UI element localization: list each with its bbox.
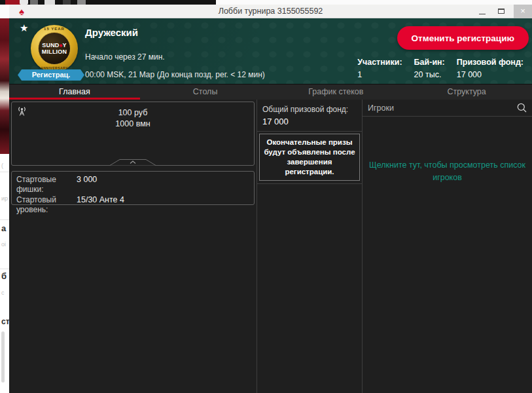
players-column: Щелкните тут, чтобы просмотреть список и… [363, 100, 532, 117]
buyin-amount: 100 руб [12, 108, 254, 117]
background-text-fragment: ( [1, 162, 3, 169]
background-window-top-edge [0, 0, 216, 5]
background-card-gray [30, 0, 38, 5]
starting-chips-row: Стартовые фишки: 3 000 [16, 175, 249, 195]
column-divider [362, 100, 363, 393]
badge-inner: SUND♠Y MILLION [38, 32, 71, 65]
cancel-registration-button[interactable]: Отменить регистрацию [397, 26, 529, 50]
tab-structure[interactable]: Структура [401, 84, 532, 100]
broadcast-antenna-icon [16, 106, 27, 117]
stat-value: 17 000 [457, 70, 523, 79]
tab-stack-chart[interactable]: График стеков [271, 84, 402, 100]
expand-collapse-handle[interactable] [110, 159, 156, 166]
divider [0, 269, 9, 269]
background-card-white-2 [44, 0, 55, 5]
tab-label: Столы [193, 87, 218, 96]
background-card-dark [63, 0, 71, 5]
prize-notice-row: Окончательные призы будут объявлены посл… [257, 132, 362, 184]
lobby-content: 100 руб 1000 вмн Стартовые фишки: 3 000 … [9, 100, 532, 393]
tab-label: Главная [59, 87, 90, 96]
starting-info-box: Стартовые фишки: 3 000 Стартовый уровень… [11, 171, 255, 205]
background-text-fragment: ир [1, 195, 8, 202]
background-text-fragment: oi [1, 241, 6, 248]
tournament-stats: Участники: 1 Бай-ин: 20 тыс. Призовой фо… [357, 58, 523, 79]
prize-fund-row: Общий призовой фонд: 17 000 [257, 100, 362, 132]
stat-buyin: Бай-ин: 20 тыс. [414, 58, 445, 79]
background-text-fragment: б [1, 271, 7, 281]
buyin-info-box: 100 руб 1000 вмн [11, 102, 255, 166]
tournament-lobby-window: ♠ Лобби турнира 3155055592 × ★ 15 YEAR S… [9, 5, 532, 393]
prize-column: Общий призовой фонд: 17 000 Окончательны… [257, 100, 362, 184]
stat-prize-pool: Призовой фонд: 17 000 [457, 58, 523, 79]
view-players-list-link[interactable]: Щелкните тут, чтобы просмотреть список и… [368, 159, 526, 185]
maximize-icon [498, 9, 505, 14]
tab-tables[interactable]: Столы [140, 84, 271, 100]
buyin-chips: 1000 вмн [12, 119, 254, 128]
lobby-tabbar: Главная Столы График стеков Структура [9, 84, 532, 100]
stat-value: 20 тыс. [414, 70, 445, 79]
background-card-white [20, 0, 28, 5]
tournament-name: Дружеский [85, 27, 138, 38]
badge-title-line2: MILLION [42, 48, 67, 55]
starts-in-text: Начало через 27 мин. [85, 52, 165, 62]
close-button[interactable]: × [514, 5, 532, 18]
starting-level-row: Стартовый уровень: 15/30 Анте 4 [16, 195, 249, 215]
divider [0, 172, 9, 172]
registration-status-ribbon: Регистрац. [18, 69, 84, 81]
divider [0, 219, 9, 220]
tab-label: График стеков [308, 87, 363, 96]
maximize-button[interactable] [492, 5, 510, 18]
window-title: Лобби турнира 3155055592 [9, 5, 532, 18]
close-icon: × [514, 5, 532, 18]
desktop: ( ир а oi б с ст ♠ Лобби турнира 3155055… [0, 0, 532, 393]
background-text-fragment: а [1, 223, 6, 233]
stat-label: Бай-ин: [414, 58, 445, 67]
background-text-fragment: с [1, 290, 5, 296]
badge-arc-top: 15 YEAR [31, 27, 78, 31]
window-titlebar[interactable]: ♠ Лобби турнира 3155055592 × [9, 5, 532, 18]
badge-title-line1: SUND♠Y [42, 42, 67, 48]
stat-label: Призовой фонд: [457, 58, 523, 67]
favorite-star-icon[interactable]: ★ [20, 22, 28, 34]
starting-level-value: 15/30 Анте 4 [77, 195, 124, 215]
search-icon [517, 103, 527, 113]
tournament-header: ★ 15 YEAR SUND♠Y MILLION ANNIVERSARY Рег… [9, 18, 532, 84]
background-browser-strip: ( ир а oi б с ст [0, 18, 9, 393]
background-photo [0, 18, 9, 154]
background-card-gray-2 [77, 0, 86, 5]
minimize-icon [479, 14, 486, 14]
starting-level-label: Стартовый уровень: [16, 195, 77, 215]
background-scrollbar [1, 331, 5, 383]
starting-chips-value: 3 000 [77, 175, 97, 195]
prize-fund-value: 17 000 [262, 117, 357, 126]
tab-label: Структура [447, 87, 486, 96]
stat-value: 1 [357, 70, 402, 79]
stat-label: Участники: [357, 58, 402, 67]
stat-participants: Участники: 1 [357, 58, 402, 79]
schedule-text: 00:00 MSK, 21 Мар (До конца позд. рег. <… [85, 70, 265, 79]
prize-notice-text: Окончательные призы будут объявлены посл… [259, 134, 360, 181]
players-search-input[interactable] [363, 103, 517, 113]
starting-chips-label: Стартовые фишки: [16, 175, 77, 195]
background-text-fragment: ст [1, 317, 9, 326]
players-search-row [363, 100, 532, 117]
tab-main[interactable]: Главная [9, 84, 140, 100]
prize-fund-label: Общий призовой фонд: [262, 105, 357, 114]
sunday-million-badge: 15 YEAR SUND♠Y MILLION ANNIVERSARY [31, 25, 78, 72]
minimize-button[interactable] [473, 5, 491, 18]
